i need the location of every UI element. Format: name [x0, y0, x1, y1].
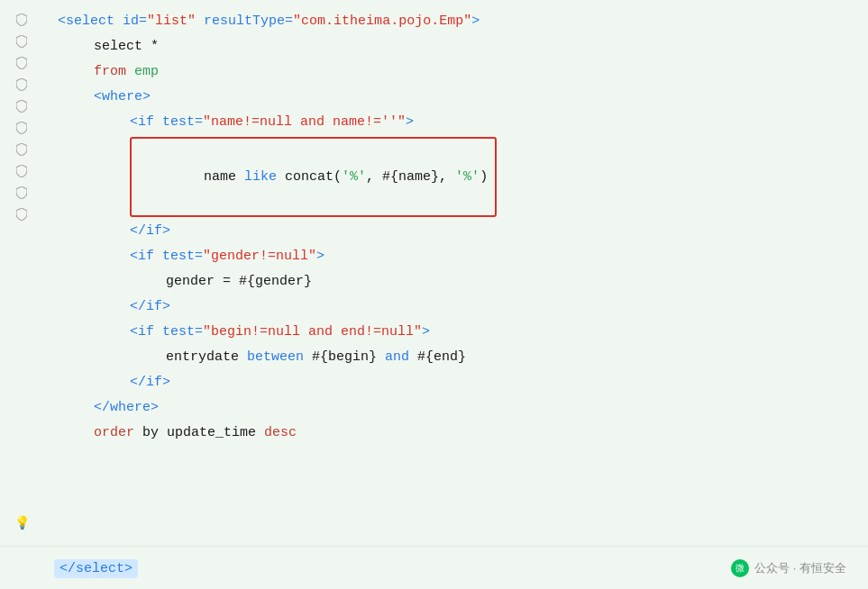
code-line-9: gender = #{gender}	[58, 269, 854, 294]
token-attr-rt-val: "com.itheima.pojo.Emp"	[293, 10, 471, 33]
token-like: like	[244, 169, 277, 185]
token-test-1: test=	[162, 111, 203, 134]
token-order: order	[94, 421, 134, 445]
token-test-val-2: "gender!=null"	[203, 245, 316, 268]
gutter-icon-10	[13, 205, 31, 223]
code-area: <select id="list" resultType="com.itheim…	[43, 0, 868, 546]
token-test-3: test=	[162, 321, 203, 344]
token-if-close-3: >	[422, 321, 430, 344]
editor-container: 💡 <select id="list" resultType="com.ithe…	[0, 0, 868, 546]
code-line-11: <if test="begin!=null and end!=null">	[58, 320, 854, 345]
code-line-3: from emp	[58, 59, 854, 85]
token-attr-id: id=	[123, 10, 147, 33]
token-select-end: </select>	[54, 559, 138, 578]
bottom-bar: </select> 微 公众号 · 有恒安全	[0, 546, 868, 589]
token-if-end-3: </if>	[130, 371, 170, 394]
token-emp: emp	[134, 60, 159, 84]
token-if-open-3: <if	[130, 321, 154, 344]
gutter-icon-8	[13, 162, 31, 180]
code-line-1: <select id="list" resultType="com.itheim…	[58, 9, 854, 34]
closing-tag-line: </select>	[54, 556, 138, 582]
token-percent-1: '%'	[342, 169, 366, 185]
gutter-icon-4	[13, 76, 31, 94]
token-tag-close-1: >	[471, 10, 480, 33]
code-line-6: name like concat('%', #{name}, '%')	[58, 135, 854, 219]
token-if-close-2: >	[316, 245, 324, 268]
gutter-icon-9	[13, 184, 31, 202]
gutter: 💡	[0, 0, 43, 546]
token-from: from	[94, 60, 126, 84]
token-attr-rt: resultType=	[204, 10, 293, 33]
token-if-open-1: <if	[130, 111, 154, 134]
watermark: 微 公众号 · 有恒安全	[731, 559, 846, 577]
token-where-end: </where>	[94, 396, 159, 420]
code-line-12: entrydate between #{begin} and #{end}	[58, 345, 854, 370]
token-test-val-3: "begin!=null and end!=null"	[203, 321, 422, 344]
token-between: between	[247, 346, 304, 369]
code-line-5: <if test="name!=null and name!=''">	[58, 110, 854, 135]
token-test-2: test=	[162, 245, 203, 268]
watermark-text: 公众号 · 有恒安全	[754, 560, 846, 576]
token-if-open-2: <if	[130, 245, 154, 268]
code-line-4: <where>	[58, 85, 854, 110]
code-line-14: </where>	[58, 395, 854, 421]
token-if-end-2: </if>	[130, 295, 170, 319]
code-line-10: </if>	[58, 294, 854, 320]
gutter-icon-2	[13, 32, 31, 50]
code-line-8: <if test="gender!=null">	[58, 244, 854, 269]
gutter-icon-7	[13, 140, 31, 159]
gutter-icon-5	[13, 97, 31, 115]
token-gender: gender = #{gender}	[166, 270, 312, 294]
token-where-open: <where>	[94, 86, 151, 109]
token-attr-id-val: "list"	[147, 10, 196, 33]
token-tag-open-1: <select	[58, 10, 114, 33]
code-line-2: select *	[58, 34, 854, 59]
token-test-val-1: "name!=null and name!=''"	[203, 111, 406, 134]
token-entrydate: entrydate	[166, 346, 247, 369]
token-if-close-1: >	[406, 111, 414, 134]
token-name: name	[204, 169, 244, 185]
token-percent-2: '%'	[455, 169, 480, 185]
code-line-15: order by update_time desc	[58, 421, 854, 446]
code-line-13: </if>	[58, 370, 854, 395]
code-line-7: </if>	[58, 219, 854, 244]
token-desc: desc	[264, 421, 297, 445]
gutter-icon-3	[13, 54, 31, 72]
highlighted-code-block: name like concat('%', #{name}, '%')	[130, 137, 497, 217]
token-and: and	[385, 346, 409, 369]
lightbulb-icon[interactable]: 💡	[13, 513, 31, 531]
wechat-icon: 微	[731, 559, 749, 577]
token-select: select *	[94, 35, 159, 59]
gutter-icon-6	[13, 119, 31, 137]
gutter-icon-1	[13, 11, 31, 29]
token-if-end-1: </if>	[130, 220, 170, 243]
